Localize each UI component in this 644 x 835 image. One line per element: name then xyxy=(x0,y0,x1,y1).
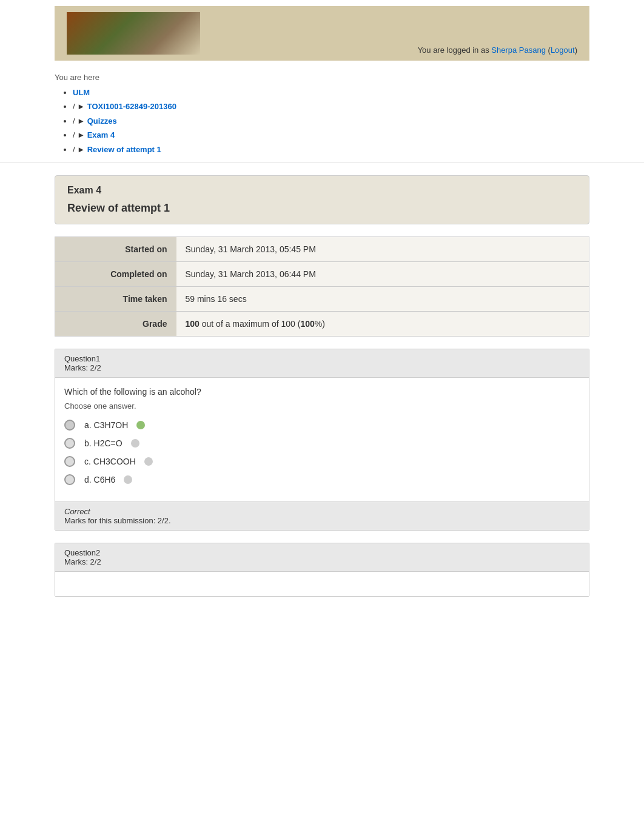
started-on-value: Sunday, 31 March 2013, 05:45 PM xyxy=(176,236,589,261)
info-table: Started on Sunday, 31 March 2013, 05:45 … xyxy=(55,236,589,337)
grade-percent-suffix: %) xyxy=(315,319,325,329)
question-2-block: Question2 Marks: 2/2 xyxy=(55,543,589,597)
time-taken-row: Time taken 59 mins 16 secs xyxy=(55,286,589,311)
radio-a[interactable] xyxy=(64,420,75,431)
grade-suffix: out of a maximum of 100 ( xyxy=(200,319,301,329)
you-are-here-label: You are here xyxy=(55,73,589,82)
logout-link[interactable]: Logout xyxy=(551,45,575,55)
breadcrumb-exam4-prefix: / ► xyxy=(73,130,87,139)
breadcrumb-item-course: / ► TOXI1001-62849-201360 xyxy=(73,99,589,113)
grade-label: Grade xyxy=(55,311,176,336)
label-d-text: d. C6H6 xyxy=(84,475,115,485)
correct-marker-a xyxy=(136,421,145,429)
breadcrumb-review-prefix: / ► xyxy=(73,145,87,154)
question-1-result: Correct xyxy=(64,507,580,516)
question-1-options: a. C3H7OH b. H2C=O c. CH3COOH xyxy=(64,420,580,485)
option-a: a. C3H7OH xyxy=(64,420,580,431)
radio-b[interactable] xyxy=(64,438,75,449)
breadcrumb-item-quizzes: / ► Quizzes xyxy=(73,114,589,128)
completed-on-row: Completed on Sunday, 31 March 2013, 06:4… xyxy=(55,261,589,286)
question-2-marks: Marks: 2/2 xyxy=(64,557,101,566)
grade-value: 100 xyxy=(186,319,200,329)
breadcrumb-course-prefix: / ► xyxy=(73,102,87,111)
question-1-text: Which of the following is an alcohol? xyxy=(64,387,580,397)
question-2-body xyxy=(55,572,589,596)
breadcrumb-ulm-link[interactable]: ULM xyxy=(73,88,90,97)
question-1-header: Question1 Marks: 2/2 xyxy=(55,349,589,378)
label-c-text: c. CH3COOH xyxy=(84,457,136,466)
breadcrumb-item-review: / ► Review of attempt 1 xyxy=(73,143,589,156)
review-title: Review of attempt 1 xyxy=(67,202,577,215)
grade-percent: 100 xyxy=(300,319,314,329)
exam-box: Exam 4 Review of attempt 1 xyxy=(55,175,589,224)
question-1-block: Question1 Marks: 2/2 Which of the follow… xyxy=(55,349,589,531)
label-a-text: a. C3H7OH xyxy=(84,420,128,430)
marker-c xyxy=(144,457,153,466)
radio-c[interactable] xyxy=(64,456,75,467)
question-1-number: Question1 xyxy=(64,354,100,363)
main-content: Exam 4 Review of attempt 1 Started on Su… xyxy=(0,163,644,621)
breadcrumb-quizzes-prefix: / ► xyxy=(73,116,87,126)
header-logo xyxy=(67,12,200,55)
label-b-text: b. H2C=O xyxy=(84,438,122,448)
option-d: d. C6H6 xyxy=(64,474,580,485)
breadcrumb-item-ulm: ULM xyxy=(73,86,589,99)
login-info: You are logged in as Sherpa Pasang (Logo… xyxy=(418,45,577,55)
header: You are logged in as Sherpa Pasang (Logo… xyxy=(55,6,589,61)
option-c: c. CH3COOH xyxy=(64,456,580,467)
question-1-marks: Marks: 2/2 xyxy=(64,363,101,372)
exam-title: Exam 4 xyxy=(67,185,577,196)
breadcrumb-course-link[interactable]: TOXI1001-62849-201360 xyxy=(87,102,176,111)
username-link[interactable]: Sherpa Pasang xyxy=(491,45,546,55)
time-taken-label: Time taken xyxy=(55,286,176,311)
label-d: d. C6H6 xyxy=(84,475,132,485)
breadcrumb-review-link[interactable]: Review of attempt 1 xyxy=(87,145,161,154)
grade-row: Grade 100 out of a maximum of 100 (100%) xyxy=(55,311,589,336)
question-2-number: Question2 xyxy=(64,548,100,557)
completed-on-value: Sunday, 31 March 2013, 06:44 PM xyxy=(176,261,589,286)
grade-cell: 100 out of a maximum of 100 (100%) xyxy=(176,311,589,336)
label-a: a. C3H7OH xyxy=(84,420,145,430)
radio-d[interactable] xyxy=(64,474,75,485)
logged-in-text: You are logged in as xyxy=(418,45,489,55)
completed-on-label: Completed on xyxy=(55,261,176,286)
breadcrumb-exam4-link[interactable]: Exam 4 xyxy=(87,130,115,139)
question-1-body: Which of the following is an alcohol? Ch… xyxy=(55,378,589,501)
question-1-marks-submission: Marks for this submission: 2/2. xyxy=(64,516,580,525)
time-taken-value: 59 mins 16 secs xyxy=(176,286,589,311)
question-1-instruction: Choose one answer. xyxy=(64,401,580,411)
marker-b xyxy=(131,439,139,448)
label-c: c. CH3COOH xyxy=(84,457,153,466)
label-b: b. H2C=O xyxy=(84,438,139,448)
breadcrumb-list: ULM / ► TOXI1001-62849-201360 / ► Quizze… xyxy=(55,86,589,156)
question-2-header: Question2 Marks: 2/2 xyxy=(55,543,589,572)
option-b: b. H2C=O xyxy=(64,438,580,449)
started-on-label: Started on xyxy=(55,236,176,261)
breadcrumb-quizzes-link[interactable]: Quizzes xyxy=(87,116,117,126)
started-on-row: Started on Sunday, 31 March 2013, 05:45 … xyxy=(55,236,589,261)
breadcrumb-item-exam4: / ► Exam 4 xyxy=(73,128,589,142)
marker-d xyxy=(124,475,132,484)
question-1-footer: Correct Marks for this submission: 2/2. xyxy=(55,501,589,530)
breadcrumb-section: You are here ULM / ► TOXI1001-62849-2013… xyxy=(0,67,644,163)
